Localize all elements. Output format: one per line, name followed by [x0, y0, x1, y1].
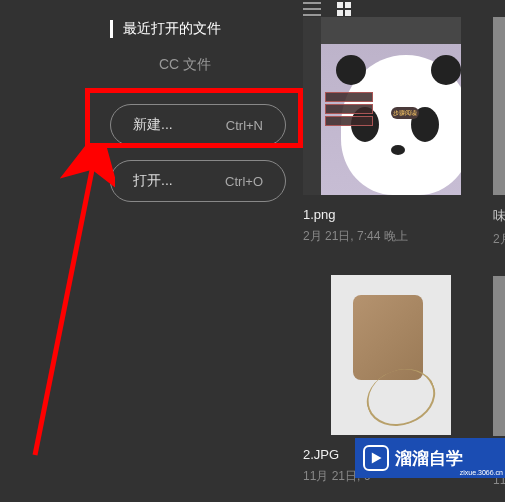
- thumbnail-date: 2月 21日, 7:44 晚上: [303, 228, 461, 245]
- thumbnail-name: 1.png: [303, 207, 461, 222]
- partial-thumbnails: 味 2月 毛 11月: [493, 17, 505, 489]
- open-button-shortcut: Ctrl+O: [225, 174, 263, 189]
- cc-files-tab[interactable]: CC 文件: [70, 56, 300, 74]
- thumbnail-image: 步骤阅读: [303, 17, 461, 195]
- watermark-url: zixue.3066.cn: [460, 469, 503, 476]
- watermark-badge: 溜溜自学 zixue.3066.cn: [355, 438, 505, 478]
- thumbnail-grid: 步骤阅读 1.png 2月 21日, 7:44 晚上 2.JPG 11月 21日…: [303, 17, 461, 502]
- thumbnail-image[interactable]: [493, 276, 505, 436]
- start-sidebar: 最近打开的文件 CC 文件 新建... Ctrl+N 打开... Ctrl+O: [80, 20, 300, 216]
- play-icon: [363, 445, 389, 471]
- view-list-icon[interactable]: [303, 2, 321, 16]
- thumbnail-name: 味: [493, 207, 505, 225]
- recent-files-tab[interactable]: 最近打开的文件: [110, 20, 300, 38]
- new-button-label: 新建...: [133, 116, 173, 134]
- open-button-label: 打开...: [133, 172, 173, 190]
- thumbnail-image: [331, 275, 451, 435]
- open-button[interactable]: 打开... Ctrl+O: [110, 160, 286, 202]
- watermark-text: 溜溜自学: [395, 447, 463, 470]
- thumbnail-date: 2月: [493, 231, 505, 248]
- step-read-badge: 步骤阅读: [391, 107, 419, 119]
- view-grid-icon[interactable]: [337, 2, 351, 16]
- new-button-shortcut: Ctrl+N: [226, 118, 263, 133]
- thumbnail-item[interactable]: 步骤阅读 1.png 2月 21日, 7:44 晚上: [303, 17, 461, 245]
- thumbnail-image[interactable]: [493, 17, 505, 195]
- new-button[interactable]: 新建... Ctrl+N: [110, 104, 286, 146]
